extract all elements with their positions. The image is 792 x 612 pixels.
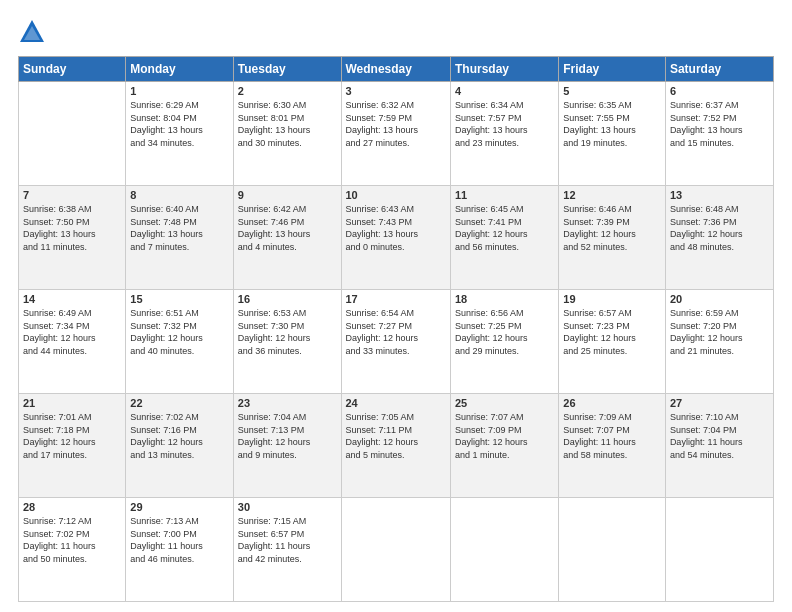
calendar-cell: 8Sunrise: 6:40 AM Sunset: 7:48 PM Daylig… [126, 186, 233, 290]
calendar-cell: 12Sunrise: 6:46 AM Sunset: 7:39 PM Dayli… [559, 186, 666, 290]
calendar-week-row: 1Sunrise: 6:29 AM Sunset: 8:04 PM Daylig… [19, 82, 774, 186]
day-info: Sunrise: 6:42 AM Sunset: 7:46 PM Dayligh… [238, 203, 337, 253]
day-number: 27 [670, 397, 769, 409]
day-info: Sunrise: 7:07 AM Sunset: 7:09 PM Dayligh… [455, 411, 554, 461]
day-info: Sunrise: 7:05 AM Sunset: 7:11 PM Dayligh… [346, 411, 446, 461]
day-number: 24 [346, 397, 446, 409]
day-number: 23 [238, 397, 337, 409]
day-number: 13 [670, 189, 769, 201]
day-info: Sunrise: 7:01 AM Sunset: 7:18 PM Dayligh… [23, 411, 121, 461]
calendar-cell: 9Sunrise: 6:42 AM Sunset: 7:46 PM Daylig… [233, 186, 341, 290]
calendar-cell [559, 498, 666, 602]
day-number: 1 [130, 85, 228, 97]
day-number: 16 [238, 293, 337, 305]
calendar-week-row: 14Sunrise: 6:49 AM Sunset: 7:34 PM Dayli… [19, 290, 774, 394]
day-info: Sunrise: 6:45 AM Sunset: 7:41 PM Dayligh… [455, 203, 554, 253]
day-info: Sunrise: 6:57 AM Sunset: 7:23 PM Dayligh… [563, 307, 661, 357]
day-number: 30 [238, 501, 337, 513]
calendar-cell: 20Sunrise: 6:59 AM Sunset: 7:20 PM Dayli… [665, 290, 773, 394]
day-info: Sunrise: 6:51 AM Sunset: 7:32 PM Dayligh… [130, 307, 228, 357]
day-number: 20 [670, 293, 769, 305]
day-number: 22 [130, 397, 228, 409]
day-number: 8 [130, 189, 228, 201]
day-info: Sunrise: 6:37 AM Sunset: 7:52 PM Dayligh… [670, 99, 769, 149]
calendar-cell: 18Sunrise: 6:56 AM Sunset: 7:25 PM Dayli… [450, 290, 558, 394]
logo [18, 18, 50, 46]
weekday-header: Tuesday [233, 57, 341, 82]
day-info: Sunrise: 7:02 AM Sunset: 7:16 PM Dayligh… [130, 411, 228, 461]
day-info: Sunrise: 6:49 AM Sunset: 7:34 PM Dayligh… [23, 307, 121, 357]
calendar-cell: 11Sunrise: 6:45 AM Sunset: 7:41 PM Dayli… [450, 186, 558, 290]
day-number: 14 [23, 293, 121, 305]
day-number: 9 [238, 189, 337, 201]
day-number: 11 [455, 189, 554, 201]
day-info: Sunrise: 6:59 AM Sunset: 7:20 PM Dayligh… [670, 307, 769, 357]
day-number: 26 [563, 397, 661, 409]
calendar-cell: 15Sunrise: 6:51 AM Sunset: 7:32 PM Dayli… [126, 290, 233, 394]
calendar-cell: 1Sunrise: 6:29 AM Sunset: 8:04 PM Daylig… [126, 82, 233, 186]
day-info: Sunrise: 7:15 AM Sunset: 6:57 PM Dayligh… [238, 515, 337, 565]
calendar-cell: 7Sunrise: 6:38 AM Sunset: 7:50 PM Daylig… [19, 186, 126, 290]
day-number: 6 [670, 85, 769, 97]
calendar-cell: 16Sunrise: 6:53 AM Sunset: 7:30 PM Dayli… [233, 290, 341, 394]
weekday-header: Sunday [19, 57, 126, 82]
day-info: Sunrise: 6:32 AM Sunset: 7:59 PM Dayligh… [346, 99, 446, 149]
calendar-cell: 22Sunrise: 7:02 AM Sunset: 7:16 PM Dayli… [126, 394, 233, 498]
day-info: Sunrise: 6:29 AM Sunset: 8:04 PM Dayligh… [130, 99, 228, 149]
day-number: 7 [23, 189, 121, 201]
day-number: 25 [455, 397, 554, 409]
calendar-cell: 28Sunrise: 7:12 AM Sunset: 7:02 PM Dayli… [19, 498, 126, 602]
weekday-header: Thursday [450, 57, 558, 82]
day-number: 28 [23, 501, 121, 513]
day-info: Sunrise: 6:43 AM Sunset: 7:43 PM Dayligh… [346, 203, 446, 253]
calendar-cell: 3Sunrise: 6:32 AM Sunset: 7:59 PM Daylig… [341, 82, 450, 186]
day-number: 15 [130, 293, 228, 305]
calendar-cell: 10Sunrise: 6:43 AM Sunset: 7:43 PM Dayli… [341, 186, 450, 290]
day-info: Sunrise: 6:35 AM Sunset: 7:55 PM Dayligh… [563, 99, 661, 149]
calendar-cell [665, 498, 773, 602]
day-number: 2 [238, 85, 337, 97]
day-info: Sunrise: 6:30 AM Sunset: 8:01 PM Dayligh… [238, 99, 337, 149]
calendar-cell [450, 498, 558, 602]
day-info: Sunrise: 6:34 AM Sunset: 7:57 PM Dayligh… [455, 99, 554, 149]
calendar-cell: 5Sunrise: 6:35 AM Sunset: 7:55 PM Daylig… [559, 82, 666, 186]
weekday-header: Saturday [665, 57, 773, 82]
day-number: 17 [346, 293, 446, 305]
calendar-week-row: 28Sunrise: 7:12 AM Sunset: 7:02 PM Dayli… [19, 498, 774, 602]
day-number: 19 [563, 293, 661, 305]
day-number: 21 [23, 397, 121, 409]
day-info: Sunrise: 6:38 AM Sunset: 7:50 PM Dayligh… [23, 203, 121, 253]
day-info: Sunrise: 6:56 AM Sunset: 7:25 PM Dayligh… [455, 307, 554, 357]
calendar-week-row: 21Sunrise: 7:01 AM Sunset: 7:18 PM Dayli… [19, 394, 774, 498]
calendar-cell: 30Sunrise: 7:15 AM Sunset: 6:57 PM Dayli… [233, 498, 341, 602]
calendar-cell: 2Sunrise: 6:30 AM Sunset: 8:01 PM Daylig… [233, 82, 341, 186]
day-number: 5 [563, 85, 661, 97]
calendar-cell: 27Sunrise: 7:10 AM Sunset: 7:04 PM Dayli… [665, 394, 773, 498]
weekday-header-row: SundayMondayTuesdayWednesdayThursdayFrid… [19, 57, 774, 82]
calendar-cell: 19Sunrise: 6:57 AM Sunset: 7:23 PM Dayli… [559, 290, 666, 394]
day-info: Sunrise: 6:48 AM Sunset: 7:36 PM Dayligh… [670, 203, 769, 253]
day-info: Sunrise: 6:46 AM Sunset: 7:39 PM Dayligh… [563, 203, 661, 253]
day-number: 18 [455, 293, 554, 305]
day-number: 4 [455, 85, 554, 97]
day-info: Sunrise: 7:10 AM Sunset: 7:04 PM Dayligh… [670, 411, 769, 461]
day-info: Sunrise: 7:13 AM Sunset: 7:00 PM Dayligh… [130, 515, 228, 565]
day-info: Sunrise: 7:09 AM Sunset: 7:07 PM Dayligh… [563, 411, 661, 461]
calendar-cell: 6Sunrise: 6:37 AM Sunset: 7:52 PM Daylig… [665, 82, 773, 186]
day-info: Sunrise: 6:53 AM Sunset: 7:30 PM Dayligh… [238, 307, 337, 357]
logo-icon [18, 18, 46, 46]
calendar-cell: 4Sunrise: 6:34 AM Sunset: 7:57 PM Daylig… [450, 82, 558, 186]
weekday-header: Monday [126, 57, 233, 82]
day-number: 29 [130, 501, 228, 513]
day-info: Sunrise: 7:12 AM Sunset: 7:02 PM Dayligh… [23, 515, 121, 565]
calendar-cell [19, 82, 126, 186]
calendar-cell [341, 498, 450, 602]
header [18, 18, 774, 46]
day-number: 12 [563, 189, 661, 201]
page: SundayMondayTuesdayWednesdayThursdayFrid… [0, 0, 792, 612]
calendar-cell: 13Sunrise: 6:48 AM Sunset: 7:36 PM Dayli… [665, 186, 773, 290]
day-number: 3 [346, 85, 446, 97]
day-info: Sunrise: 7:04 AM Sunset: 7:13 PM Dayligh… [238, 411, 337, 461]
calendar-cell: 17Sunrise: 6:54 AM Sunset: 7:27 PM Dayli… [341, 290, 450, 394]
calendar-week-row: 7Sunrise: 6:38 AM Sunset: 7:50 PM Daylig… [19, 186, 774, 290]
